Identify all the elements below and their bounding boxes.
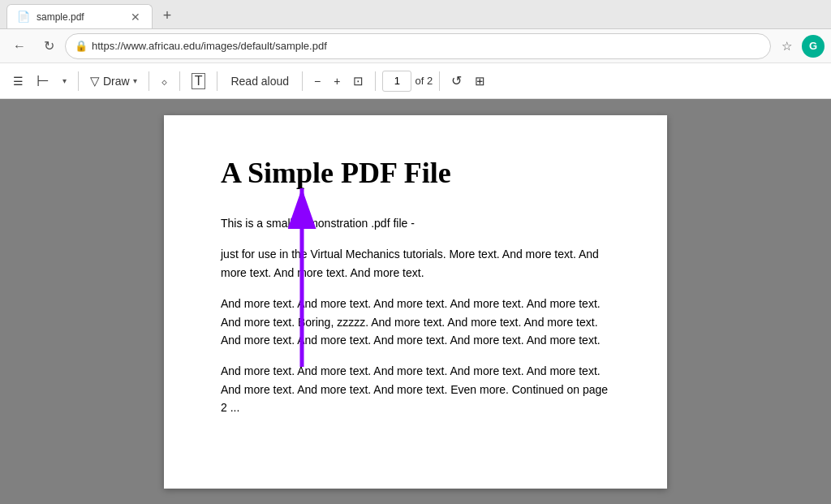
main-area: A Simple PDF File This is a small demons… <box>0 99 831 504</box>
tab-bar: 📄 sample.pdf ✕ + <box>0 0 831 29</box>
fit-page-icon: ⊡ <box>353 74 364 88</box>
split-view-icon: ⊞ <box>475 74 485 88</box>
zoom-in-icon: + <box>334 75 340 88</box>
refresh-button[interactable]: ↻ <box>36 33 62 59</box>
chevron-down-icon-draw: ▾ <box>133 76 137 85</box>
lock-icon: 🔒 <box>75 40 88 52</box>
separator-6 <box>375 71 376 91</box>
zoom-out-icon: − <box>314 75 321 88</box>
read-aloud-button[interactable]: Read aloud <box>224 68 295 94</box>
pdf-page: A Simple PDF File This is a small demons… <box>164 115 667 489</box>
separator-2 <box>149 71 149 91</box>
pdf-para-0: This is a small demonstration .pdf file … <box>221 214 610 232</box>
menu-button[interactable]: ☰ <box>8 68 28 94</box>
browser-frame: 📄 sample.pdf ✕ + ← ↻ 🔒 ☆ G ☰ ⊢ ▾ ▽ <box>0 0 831 504</box>
fit-page-button[interactable]: ⊡ <box>348 68 368 94</box>
tab-favicon: 📄 <box>17 11 30 23</box>
erase-button[interactable]: ⬦ <box>156 68 173 94</box>
read-aloud-label: Read aloud <box>230 75 289 88</box>
pdf-para-2: And more text. And more text. And more t… <box>221 295 610 349</box>
eraser-icon: ⬦ <box>161 74 168 88</box>
draw-icon: ▽ <box>90 74 100 88</box>
favorites-button[interactable]: ☆ <box>774 34 799 58</box>
text-icon: T <box>192 73 206 89</box>
profile-button[interactable]: G <box>802 35 825 58</box>
separator-3 <box>179 71 180 91</box>
bookmark-icon: ⊢ <box>37 72 50 90</box>
separator-1 <box>78 71 79 91</box>
separator-7 <box>439 71 440 91</box>
text-button[interactable]: T <box>187 68 211 94</box>
zoom-out-button[interactable]: − <box>309 68 325 94</box>
address-input[interactable] <box>65 33 771 59</box>
pdf-para-1: just for use in the Virtual Mechanics tu… <box>221 245 610 282</box>
zoom-in-button[interactable]: + <box>329 68 345 94</box>
rotate-button[interactable]: ↺ <box>446 68 467 94</box>
separator-5 <box>302 71 303 91</box>
page-total: of 2 <box>415 75 433 87</box>
menu-icon: ☰ <box>13 75 24 88</box>
tab-title: sample.pdf <box>37 11 123 23</box>
address-bar-wrapper: 🔒 <box>65 33 771 59</box>
address-bar-row: ← ↻ 🔒 ☆ G <box>0 29 831 63</box>
pdf-title: A Simple PDF File <box>221 156 610 190</box>
back-button[interactable]: ← <box>6 33 32 59</box>
pdf-toolbar: ☰ ⊢ ▾ ▽ Draw ▾ ⬦ T Read aloud − <box>0 63 831 99</box>
new-tab-button[interactable]: + <box>156 4 179 27</box>
draw-label: Draw <box>103 75 130 88</box>
pdf-para-3: And more text. And more text. And more t… <box>221 362 610 416</box>
browser-tab[interactable]: 📄 sample.pdf ✕ <box>6 4 153 28</box>
chevron-down-icon: ▾ <box>62 76 67 85</box>
address-bar-right: ☆ G <box>774 34 825 58</box>
separator-4 <box>217 71 217 91</box>
split-view-button[interactable]: ⊞ <box>470 68 490 94</box>
page-number-input[interactable] <box>382 71 411 92</box>
dropdown-button[interactable]: ▾ <box>58 68 71 94</box>
bookmark-button[interactable]: ⊢ <box>32 68 54 94</box>
tab-close-button[interactable]: ✕ <box>129 11 142 24</box>
draw-dropdown-button[interactable]: ▽ Draw ▾ <box>85 68 142 94</box>
rotate-icon: ↺ <box>451 73 462 88</box>
